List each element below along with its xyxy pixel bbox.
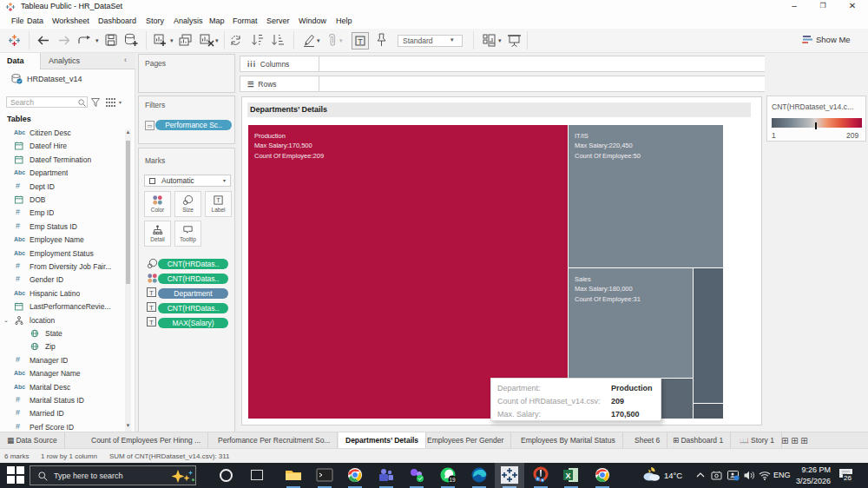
svg-text:T: T (358, 37, 363, 46)
svg-text:X: X (565, 472, 570, 480)
svg-text:T: T (216, 196, 220, 204)
svg-text:19: 19 (449, 477, 456, 483)
